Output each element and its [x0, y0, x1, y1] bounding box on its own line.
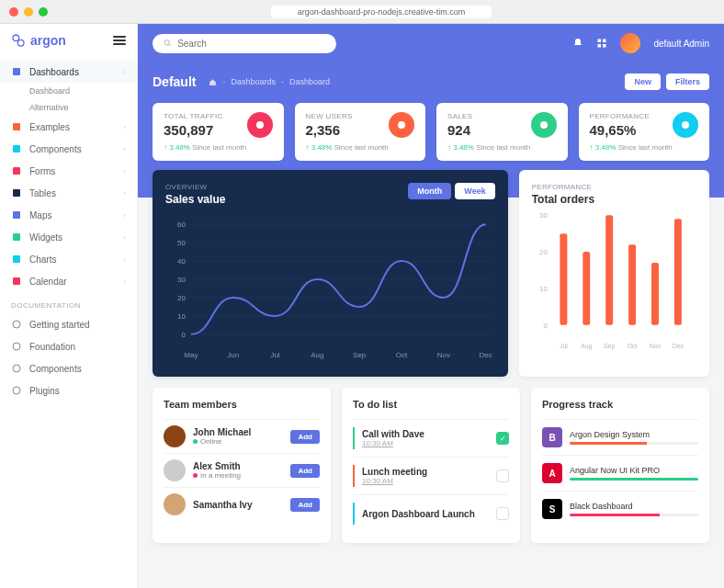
nav-charts[interactable]: Charts›	[0, 248, 137, 270]
svg-rect-6	[13, 189, 20, 197]
svg-text:30: 30	[177, 276, 186, 284]
sales-line-chart: 6050403020100MayJunJulAugSepOctNovDec	[165, 215, 495, 362]
svg-point-23	[540, 121, 548, 129]
add-button[interactable]: Add	[290, 464, 320, 478]
svg-rect-57	[628, 244, 636, 325]
toggle-week[interactable]: Week	[455, 183, 494, 199]
nav-sub-dashboard[interactable]: Dashboard	[0, 83, 137, 99]
svg-text:Dec: Dec	[480, 351, 492, 359]
nav-icon	[11, 143, 22, 154]
todo-checkbox[interactable]: ✓	[496, 432, 509, 445]
svg-text:60: 60	[177, 220, 186, 229]
stat-card: PERFORMANCE49,65%↑ 3.48% Since last mont…	[579, 103, 710, 161]
svg-rect-61	[674, 219, 682, 325]
nav-icon	[11, 254, 22, 265]
apps-icon[interactable]	[596, 38, 607, 49]
track-icon: S	[542, 499, 562, 519]
nav-section-docs: DOCUMENTATION	[0, 292, 137, 313]
svg-rect-53	[583, 252, 590, 325]
svg-point-14	[13, 387, 20, 394]
home-icon[interactable]	[209, 78, 217, 86]
logo[interactable]: argon	[11, 33, 66, 48]
nav-icon	[11, 187, 22, 198]
sidebar: argon Dashboards›DashboardAlternativeExa…	[0, 24, 138, 588]
nav-doc-components[interactable]: Components	[0, 357, 137, 379]
svg-text:Nov: Nov	[649, 343, 661, 349]
topbar: default Admin	[138, 24, 724, 62]
sidebar-toggle[interactable]	[113, 36, 126, 45]
user-name[interactable]: default Admin	[653, 39, 709, 49]
nav-icon	[11, 165, 22, 176]
svg-point-1	[17, 40, 24, 46]
svg-text:0: 0	[543, 322, 548, 330]
bell-icon[interactable]	[572, 38, 583, 49]
progress-item: BArgon Design System	[542, 419, 698, 455]
svg-text:Jul: Jul	[270, 351, 279, 359]
svg-rect-2	[13, 68, 20, 75]
svg-text:20: 20	[539, 248, 548, 256]
todo-checkbox[interactable]	[496, 507, 509, 520]
window-minimize[interactable]	[24, 7, 33, 17]
stat-card: TOTAL TRAFFIC350,897↑ 3.48% Since last m…	[153, 103, 284, 161]
search-input[interactable]	[177, 39, 325, 49]
progress-item: AAngular Now UI Kit PRO	[542, 455, 698, 491]
stat-icon	[389, 112, 414, 138]
todo-checkbox[interactable]	[496, 469, 509, 482]
member-avatar[interactable]	[164, 493, 186, 515]
svg-text:Oct: Oct	[396, 351, 408, 359]
window-close[interactable]	[9, 7, 18, 17]
svg-point-15	[164, 40, 169, 45]
svg-point-21	[256, 121, 264, 129]
nav-calendar[interactable]: Calendar›	[0, 270, 137, 292]
nav-maps[interactable]: Maps›	[0, 204, 137, 226]
add-button[interactable]: Add	[290, 498, 320, 512]
window-maximize[interactable]	[39, 7, 48, 17]
svg-rect-10	[13, 277, 20, 285]
browser-chrome: argon-dashboard-pro-nodejs.creative-tim.…	[0, 0, 724, 24]
svg-text:10: 10	[177, 312, 186, 321]
search-box[interactable]	[153, 34, 336, 53]
chevron-right-icon: ›	[123, 211, 126, 220]
nav-forms[interactable]: Forms›	[0, 160, 137, 182]
nav-widgets[interactable]: Widgets›	[0, 226, 137, 248]
url-bar[interactable]: argon-dashboard-pro-nodejs.creative-tim.…	[271, 6, 492, 18]
svg-rect-20	[603, 44, 606, 48]
nav-dashboards[interactable]: Dashboards›	[0, 61, 137, 83]
doc-icon	[11, 385, 22, 396]
svg-rect-8	[13, 233, 20, 241]
svg-text:20: 20	[177, 294, 186, 302]
filters-button[interactable]: Filters	[666, 74, 709, 90]
chevron-right-icon: ›	[123, 277, 126, 286]
nav-tables[interactable]: Tables›	[0, 182, 137, 204]
orders-bar-chart: 3020100JulAugSepOctNovDec	[532, 206, 696, 353]
svg-rect-4	[13, 145, 20, 153]
member-avatar[interactable]	[164, 425, 186, 447]
nav-components[interactable]: Components›	[0, 138, 137, 160]
progress-item: SBlack Dashboard	[542, 491, 698, 526]
member-avatar[interactable]	[164, 459, 186, 481]
add-button[interactable]: Add	[290, 430, 320, 444]
svg-text:10: 10	[539, 285, 548, 293]
new-button[interactable]: New	[625, 74, 661, 90]
svg-text:Aug: Aug	[311, 351, 323, 359]
nav-sub-alternative[interactable]: Alternative	[0, 99, 137, 116]
svg-point-22	[398, 121, 405, 129]
stat-icon	[673, 112, 698, 138]
page-title: Default	[153, 74, 196, 89]
track-icon: B	[542, 427, 562, 447]
nav-icon	[11, 209, 22, 220]
user-avatar[interactable]	[620, 33, 640, 53]
svg-rect-55	[605, 215, 613, 325]
nav-doc-foundation[interactable]: Foundation	[0, 335, 137, 357]
doc-icon	[11, 341, 22, 352]
nav-doc-getting-started[interactable]: Getting started	[0, 313, 137, 335]
svg-text:Aug: Aug	[581, 343, 593, 350]
chevron-right-icon: ›	[123, 68, 126, 76]
nav-examples[interactable]: Examples›	[0, 116, 137, 138]
toggle-month[interactable]: Month	[408, 183, 451, 199]
svg-rect-3	[13, 123, 20, 130]
svg-rect-18	[603, 40, 606, 43]
svg-rect-19	[598, 44, 602, 48]
nav-doc-plugins[interactable]: Plugins	[0, 379, 137, 401]
svg-text:50: 50	[177, 239, 186, 247]
